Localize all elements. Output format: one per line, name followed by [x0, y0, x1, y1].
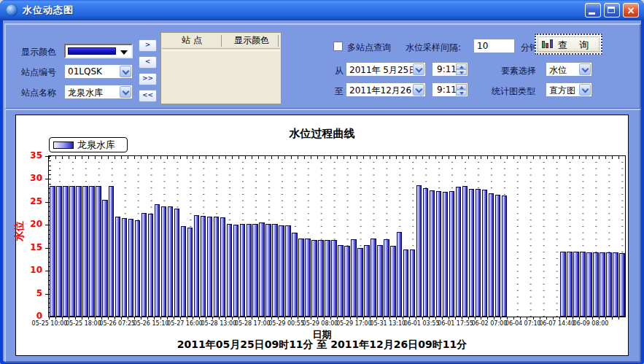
bar — [384, 239, 389, 317]
chart-legend: 龙泉水库 — [49, 137, 128, 152]
from-date-picker[interactable]: 2011年 5月25日 — [346, 62, 426, 77]
x-tick-label: 05-26 07:25 — [99, 320, 135, 327]
bar — [593, 252, 599, 317]
query-button[interactable]: 查 询 — [535, 34, 602, 55]
to-label: 至 — [335, 85, 344, 98]
bar — [155, 204, 160, 317]
bar — [214, 217, 220, 317]
bar — [285, 225, 291, 317]
spin-down-button[interactable] — [456, 69, 467, 75]
bar — [279, 225, 284, 317]
close-button[interactable]: × — [623, 3, 639, 18]
chevron-down-icon — [581, 86, 589, 93]
y-tick-label: 30 — [18, 172, 42, 184]
y-tick-label: 15 — [18, 241, 42, 253]
bar — [390, 246, 396, 317]
from-date-dropdown-button[interactable] — [413, 63, 424, 75]
bar — [50, 186, 55, 317]
bar — [227, 224, 233, 317]
bar — [252, 224, 258, 317]
x-tick-label: 06-07 14:40 — [539, 320, 575, 327]
header-underline — [162, 48, 280, 51]
bar — [364, 245, 370, 317]
bar — [502, 195, 508, 317]
station-code-dropdown-button[interactable] — [120, 66, 131, 77]
from-time-spinner[interactable]: 9:11 — [432, 62, 468, 77]
station-code-combo[interactable]: 01LQSK — [64, 64, 133, 79]
move-left-button[interactable]: < — [139, 56, 157, 69]
bar — [96, 186, 101, 317]
x-tick-label: 05-26 15:10 — [133, 320, 169, 327]
bar — [240, 224, 246, 317]
x-tick-label: 06-01 17:55 — [438, 320, 473, 327]
chart-type-combo[interactable]: 直方图 — [546, 82, 592, 97]
chart-area: 水位过程曲线 龙泉水库 水位 05101520253035 05-25 10:0… — [15, 115, 629, 356]
x-tick-label: 06-01 03:55 — [404, 320, 440, 327]
to-date-value: 2011年12月26日 — [349, 85, 420, 97]
multi-station-checkbox[interactable] — [333, 42, 343, 51]
x-tick-label: 05-25 10:00 — [32, 320, 68, 327]
station-name-combo[interactable]: 龙泉水库 — [64, 85, 133, 99]
bar — [325, 240, 330, 317]
maximize-button[interactable] — [604, 3, 620, 18]
bar — [416, 185, 422, 317]
minimize-button[interactable] — [585, 3, 601, 18]
maximize-icon — [608, 7, 615, 13]
element-combo[interactable]: 水位 — [546, 62, 592, 77]
bar — [109, 186, 115, 317]
bar — [436, 191, 442, 317]
bar — [371, 239, 376, 317]
app-window: 水位动态图 × 显示颜色 站点编号 01LQSK 站点名称 龙泉水库 > < — [0, 0, 644, 364]
arrow-down-icon — [459, 92, 464, 95]
to-time-spinner[interactable]: 9:11 — [432, 82, 468, 97]
dropdown-arrow-icon — [120, 50, 128, 55]
spin-up-button[interactable] — [456, 84, 467, 90]
y-axis-labels: 05101520253035 — [16, 115, 45, 355]
from-time-value: 9:11 — [437, 64, 457, 74]
bar — [403, 249, 409, 317]
bottom-axis-ticks — [49, 317, 625, 320]
y-tick-label: 10 — [18, 264, 42, 276]
spin-down-button[interactable] — [456, 90, 467, 96]
spin-up-button[interactable] — [456, 63, 467, 69]
element-dropdown-button[interactable] — [579, 63, 591, 75]
interval-input[interactable]: 10 — [473, 39, 515, 53]
bar — [443, 192, 449, 317]
bar — [141, 213, 147, 317]
y-tick-label: 25 — [18, 195, 42, 207]
move-all-right-button[interactable]: >> — [139, 73, 157, 85]
move-right-button[interactable]: > — [139, 39, 157, 52]
list-header-station: 站 点 — [163, 34, 221, 47]
bar — [201, 216, 206, 317]
to-date-picker[interactable]: 2011年12月26日 — [346, 82, 426, 97]
minimize-icon — [589, 12, 595, 15]
bar — [247, 224, 252, 317]
x-tick-label: 05-29 08:00 — [303, 320, 338, 327]
legend-label: 龙泉水库 — [77, 139, 115, 152]
bar — [600, 252, 605, 317]
move-all-left-button[interactable]: << — [139, 90, 157, 102]
bar — [482, 190, 488, 317]
x-tick-label: 05-28 13:00 — [201, 320, 236, 327]
header-separator — [278, 35, 279, 47]
to-date-dropdown-button[interactable] — [413, 84, 424, 96]
bar — [344, 246, 350, 317]
client-area: 显示颜色 站点编号 01LQSK 站点名称 龙泉水库 > < >> << 站 点… — [3, 20, 641, 361]
x-tick-label: 06-09 08:00 — [573, 320, 609, 327]
chart-type-label: 统计图类型 — [492, 85, 535, 98]
to-time-value: 9:11 — [437, 85, 457, 95]
station-name-dropdown-button[interactable] — [120, 86, 131, 98]
chart-type-dropdown-button[interactable] — [579, 84, 591, 96]
bar — [613, 252, 618, 317]
query-button-label: 查 询 — [558, 39, 593, 52]
arrow-up-icon — [459, 86, 464, 89]
bar — [207, 217, 213, 317]
station-list[interactable]: 站 点 显示颜色 — [160, 32, 282, 104]
x-tick-label: 05-29 00:55 — [268, 320, 304, 327]
bar — [410, 249, 416, 317]
bar — [259, 222, 265, 317]
arrow-up-icon — [459, 66, 464, 69]
display-color-dropdown[interactable] — [64, 44, 133, 58]
bar — [102, 200, 108, 317]
bar — [580, 252, 586, 317]
